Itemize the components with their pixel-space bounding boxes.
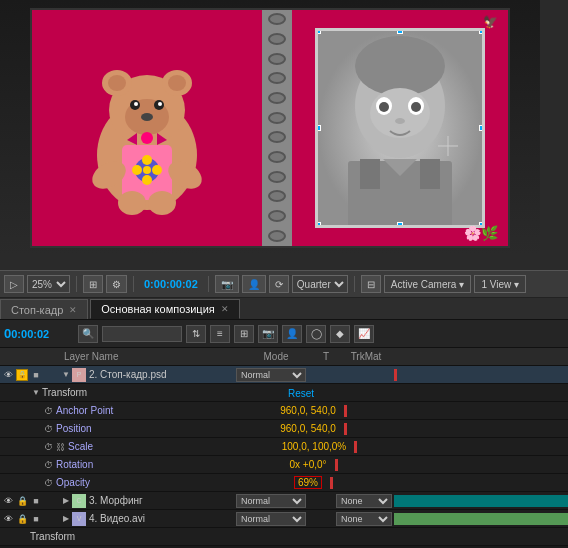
layer-1-mode-select[interactable]: Normal: [236, 368, 306, 382]
book-spine: [262, 10, 292, 246]
preview-time: 0:00:00:02: [144, 278, 198, 290]
stopwatch-icon[interactable]: ⏱: [44, 460, 56, 470]
person-icon[interactable]: 👤: [242, 275, 266, 293]
transform-timeline: [322, 384, 568, 402]
camera-icon[interactable]: 📷: [215, 275, 239, 293]
tab-stop-frame-label: Стоп-кадр: [11, 304, 63, 316]
layer-row-3[interactable]: 👁 🔒 ■ ▶ V 4. Видео.avi Normal None: [0, 510, 568, 528]
svg-point-18: [142, 175, 152, 185]
transform-collapse-icon[interactable]: ▼: [30, 387, 42, 399]
main-window: 🦅: [0, 0, 568, 548]
reset-link[interactable]: Reset: [288, 387, 314, 399]
child-photo: [318, 31, 482, 228]
svg-point-34: [411, 102, 421, 112]
layer-1-name-cell: ▼ P 2. Стоп-кадр.psd: [60, 368, 234, 382]
position-value[interactable]: 960,0, 540,0: [280, 423, 336, 434]
lock-icon[interactable]: 🔒: [16, 495, 28, 507]
stopwatch-icon[interactable]: ⏱: [44, 406, 56, 416]
stopwatch-icon[interactable]: ⏱: [44, 478, 56, 488]
columns-icon[interactable]: ⊞: [234, 325, 254, 343]
person2-icon[interactable]: 👤: [282, 325, 302, 343]
refresh-icon[interactable]: ⟳: [269, 275, 289, 293]
lock-icon[interactable]: 🔒: [16, 513, 28, 525]
layer-row-1[interactable]: 👁 🔒 ■ ▼ P 2. Стоп-кадр.psd Normal: [0, 366, 568, 384]
grid-btn[interactable]: ⊞: [83, 275, 103, 293]
layer-3-num: ■: [30, 513, 42, 525]
link-icon[interactable]: ⛓: [56, 442, 65, 452]
layer-2-num: ■: [30, 495, 42, 507]
toggle-btn[interactable]: ▷: [4, 275, 24, 293]
layer-3-trkmat-select[interactable]: None: [336, 512, 392, 526]
spine-ring: [268, 131, 286, 143]
layer-2-thumb: C: [72, 494, 86, 508]
active-camera-label: Active Camera: [391, 279, 457, 290]
stopwatch-icon[interactable]: ⏱: [44, 442, 56, 452]
layer-1-title: 2. Стоп-кадр.psd: [89, 369, 167, 380]
expand-arrow-icon[interactable]: ▶: [60, 495, 72, 507]
scale-value[interactable]: 100,0, 100,0%: [282, 441, 347, 452]
collapse-arrow-icon[interactable]: ▼: [60, 369, 72, 381]
layer-row-2[interactable]: 👁 🔒 ■ ▶ C 3. Морфинг Normal None: [0, 492, 568, 510]
eye-icon[interactable]: 👁: [2, 495, 14, 507]
layer-2-name-cell: ▶ C 3. Морфинг: [60, 494, 234, 508]
zoom-select[interactable]: 25%: [27, 275, 70, 293]
separator: [354, 276, 355, 292]
tab-stop-frame[interactable]: Стоп-кадр ✕: [0, 299, 88, 319]
book-left-page: [37, 15, 257, 245]
position-timeline: [344, 420, 568, 438]
shapes-icon[interactable]: ◯: [306, 325, 326, 343]
quality-select[interactable]: Quarter: [292, 275, 348, 293]
search-input[interactable]: [102, 326, 182, 342]
stopwatch-icon[interactable]: ⏱: [44, 424, 56, 434]
separator: [208, 276, 209, 292]
keyframe-icon[interactable]: ◆: [330, 325, 350, 343]
layer-name-col-header: Layer Name: [60, 351, 236, 362]
svg-point-33: [379, 102, 389, 112]
transform-group-row: ▼ Transform Reset: [0, 384, 568, 402]
layer-3-mode-select[interactable]: Normal: [236, 512, 306, 526]
active-camera-select[interactable]: Active Camera ▾: [384, 275, 472, 293]
spine-ring: [268, 33, 286, 45]
grid2-btn[interactable]: ⊟: [361, 275, 381, 293]
sort-icon[interactable]: ⇅: [186, 325, 206, 343]
layer-3-bar: [394, 513, 568, 525]
timeline-bar: [344, 405, 347, 417]
eye-icon[interactable]: 👁: [2, 513, 14, 525]
expand-arrow-icon[interactable]: ▶: [60, 513, 72, 525]
close-icon[interactable]: ✕: [69, 305, 77, 315]
camera2-icon[interactable]: 📷: [258, 325, 278, 343]
svg-point-24: [118, 191, 146, 215]
filter-icon[interactable]: ≡: [210, 325, 230, 343]
anchor-point-label: Anchor Point: [56, 405, 280, 416]
preview-area: 🦅: [0, 0, 568, 270]
opacity-value[interactable]: 69%: [294, 476, 322, 489]
bear-svg: [67, 45, 227, 215]
graph-icon[interactable]: 📈: [354, 325, 374, 343]
scale-label: Scale: [68, 441, 282, 452]
preview-canvas: 🦅: [0, 0, 540, 255]
svg-point-21: [143, 166, 151, 174]
layer-3-timeline: [394, 510, 568, 528]
layer-1-num: ■: [30, 369, 42, 381]
view-count-btn[interactable]: 1 View ▾: [474, 275, 526, 293]
rotation-row: ⏱ Rotation 0x +0,0°: [0, 456, 568, 474]
layer-2-trkmat-select[interactable]: None: [336, 494, 392, 508]
book-illustration: 🦅: [30, 8, 510, 248]
rotation-label: Rotation: [56, 459, 289, 470]
settings-btn[interactable]: ⚙: [106, 275, 127, 293]
anchor-point-value[interactable]: 960,0, 540,0: [280, 405, 336, 416]
view-count-label: 1 View: [481, 279, 511, 290]
close-icon[interactable]: ✕: [221, 304, 229, 314]
layer-2-mode-select[interactable]: Normal: [236, 494, 306, 508]
opacity-timeline: [330, 474, 568, 492]
layer-3-name-cell: ▶ V 4. Видео.avi: [60, 512, 234, 526]
spine-ring: [268, 171, 286, 183]
timeline-bar-teal: [394, 495, 568, 507]
layer-3-transform-row: Transform: [0, 528, 568, 546]
lock-icon[interactable]: 🔒: [16, 369, 28, 381]
rotation-timeline: [335, 456, 568, 474]
eye-icon[interactable]: 👁: [2, 369, 14, 381]
rotation-value[interactable]: 0x +0,0°: [289, 459, 326, 470]
tab-main-comp[interactable]: Основная композиция ✕: [90, 299, 239, 319]
mode-col-header: Mode: [236, 351, 316, 362]
